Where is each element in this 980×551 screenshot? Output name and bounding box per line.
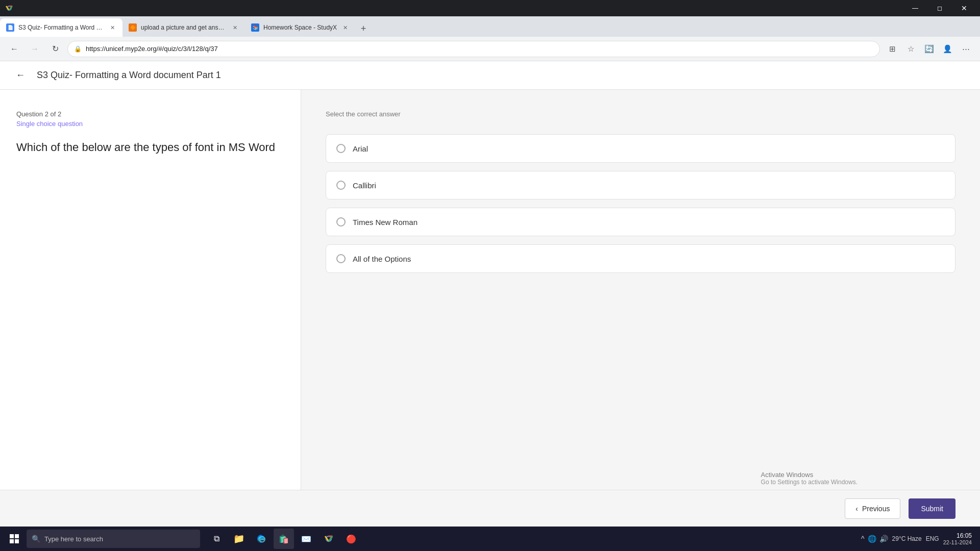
address-text: https://unicef.myp2e.org/#/quiz/c/3/l/12… [86, 45, 873, 53]
address-bar[interactable]: 🔒 https://unicef.myp2e.org/#/quiz/c/3/l/… [67, 41, 880, 57]
tray-icons: ^ 🌐 🔊 [861, 535, 888, 543]
submit-button[interactable]: Submit [909, 498, 955, 519]
tray-chevron-icon[interactable]: ^ [861, 535, 865, 543]
chrome-taskbar-button[interactable] [318, 529, 339, 549]
tab-homework[interactable]: 📚 Homework Space - StudyX ✕ [245, 18, 355, 37]
weather-tray[interactable]: 29°C Haze [892, 535, 922, 542]
clock[interactable]: 16:05 22-11-2024 [943, 532, 972, 545]
option-label-times-new-roman: Times New Roman [353, 218, 418, 227]
nav-bar: ← → ↻ 🔒 https://unicef.myp2e.org/#/quiz/… [0, 37, 980, 61]
tab-close-3[interactable]: ✕ [341, 23, 349, 32]
previous-button[interactable]: ‹ Previous [845, 498, 900, 519]
another-button[interactable]: 🔴 [341, 529, 361, 549]
option-label-arial: Arial [353, 144, 368, 153]
tab-close-2[interactable]: ✕ [231, 23, 239, 32]
answer-instruction: Select the correct answer [326, 110, 955, 118]
date-display: 22-11-2024 [943, 539, 972, 545]
option-callibri[interactable]: Callibri [326, 171, 955, 199]
activate-windows-notice: Activate Windows Go to Settings to activ… [761, 471, 857, 486]
weather-text: Haze [908, 535, 922, 542]
volume-icon[interactable]: 🔊 [879, 535, 888, 543]
radio-times-new-roman[interactable] [336, 217, 346, 227]
option-all-options[interactable]: All of the Options [326, 244, 955, 273]
lock-icon: 🔒 [74, 45, 82, 53]
question-text: Which of the below are the types of font… [16, 140, 284, 156]
question-meta: Question 2 of 2 Single choice question [16, 110, 284, 128]
tab-label-2: upload a picture and get answer... [141, 24, 227, 31]
bottom-bar: Activate Windows Go to Settings to activ… [0, 490, 980, 527]
answer-panel: Select the correct answer Arial Callibri… [301, 90, 980, 490]
activate-windows-subtitle: Go to Settings to activate Windows. [761, 479, 857, 486]
window-controls: — ◻ ✕ [903, 0, 976, 16]
quiz-body: Question 2 of 2 Single choice question W… [0, 90, 980, 490]
system-tray: ^ 🌐 🔊 29°C Haze ENG 16:05 22-11-2024 [857, 532, 976, 545]
task-view-button[interactable]: ⧉ [206, 529, 227, 549]
question-panel: Question 2 of 2 Single choice question W… [0, 90, 301, 490]
tab-favicon-2: 🔶 [129, 23, 137, 32]
radio-callibri[interactable] [336, 181, 346, 190]
page-content: ← S3 Quiz- Formatting a Word document Pa… [0, 61, 980, 527]
back-button[interactable]: ← [6, 41, 22, 57]
start-button[interactable] [4, 529, 24, 549]
store-button[interactable]: 🛍️ [274, 529, 294, 549]
radio-arial[interactable] [336, 144, 346, 153]
radio-all-options[interactable] [336, 254, 346, 263]
restore-button[interactable]: ◻ [928, 0, 951, 16]
windows-logo-icon [10, 534, 19, 543]
page-back-button[interactable]: ← [12, 67, 29, 84]
nav-icons: ⊞ ☆ 🔄 👤 ⋯ [884, 41, 974, 57]
file-explorer-button[interactable]: 📁 [229, 529, 249, 549]
tab-close-1[interactable]: ✕ [108, 23, 116, 32]
tab-bar: 📄 S3 Quiz- Formatting a Word doc... ✕ 🔶 … [0, 16, 980, 37]
refresh-button[interactable]: ↻ [47, 41, 63, 57]
refresh-sync-button[interactable]: 🔄 [921, 41, 937, 57]
close-button[interactable]: ✕ [952, 0, 976, 16]
new-tab-button[interactable]: + [355, 20, 372, 37]
network-icon[interactable]: 🌐 [868, 535, 876, 543]
temperature-text: 29°C [892, 535, 906, 542]
mail-button[interactable]: ✉️ [296, 529, 316, 549]
page-title: S3 Quiz- Formatting a Word document Part… [37, 70, 221, 81]
taskbar-search[interactable]: 🔍 Type here to search [27, 530, 200, 548]
search-placeholder: Type here to search [44, 535, 103, 543]
option-arial[interactable]: Arial [326, 134, 955, 163]
taskbar: 🔍 Type here to search ⧉ 📁 🛍️ ✉️ 🔴 ^ 🌐 🔊 [0, 527, 980, 551]
settings-button[interactable]: ⋯ [958, 41, 974, 57]
user-button[interactable]: 👤 [939, 41, 955, 57]
chrome-icon[interactable] [4, 3, 14, 13]
forward-button[interactable]: → [27, 41, 43, 57]
tab-s3-quiz[interactable]: 📄 S3 Quiz- Formatting a Word doc... ✕ [0, 18, 122, 37]
activate-windows-title: Activate Windows [761, 471, 857, 479]
minimize-button[interactable]: — [903, 0, 927, 16]
chevron-left-icon: ‹ [855, 505, 858, 513]
page-header: ← S3 Quiz- Formatting a Word document Pa… [0, 61, 980, 90]
taskbar-center: ⧉ 📁 🛍️ ✉️ 🔴 [206, 529, 361, 549]
favorites-button[interactable]: ☆ [902, 41, 919, 57]
edge-button[interactable] [251, 529, 272, 549]
search-icon: 🔍 [32, 535, 40, 543]
tab-label-1: S3 Quiz- Formatting a Word doc... [18, 24, 104, 31]
question-number: Question 2 of 2 [16, 110, 284, 118]
tab-favicon-1: 📄 [6, 23, 14, 32]
tab-label-3: Homework Space - StudyX [263, 24, 337, 31]
options-list: Arial Callibri Times New Roman All of th… [326, 134, 955, 273]
option-times-new-roman[interactable]: Times New Roman [326, 208, 955, 236]
title-bar: — ◻ ✕ [0, 0, 980, 16]
option-label-callibri: Callibri [353, 181, 376, 190]
extensions-button[interactable]: ⊞ [884, 41, 900, 57]
question-type: Single choice question [16, 120, 284, 128]
time-display: 16:05 [943, 532, 972, 539]
language-indicator: ENG [926, 535, 939, 542]
option-label-all-options: All of the Options [353, 255, 411, 263]
tab-upload[interactable]: 🔶 upload a picture and get answer... ✕ [122, 18, 245, 37]
previous-label: Previous [862, 505, 890, 513]
tab-favicon-3: 📚 [251, 23, 259, 32]
